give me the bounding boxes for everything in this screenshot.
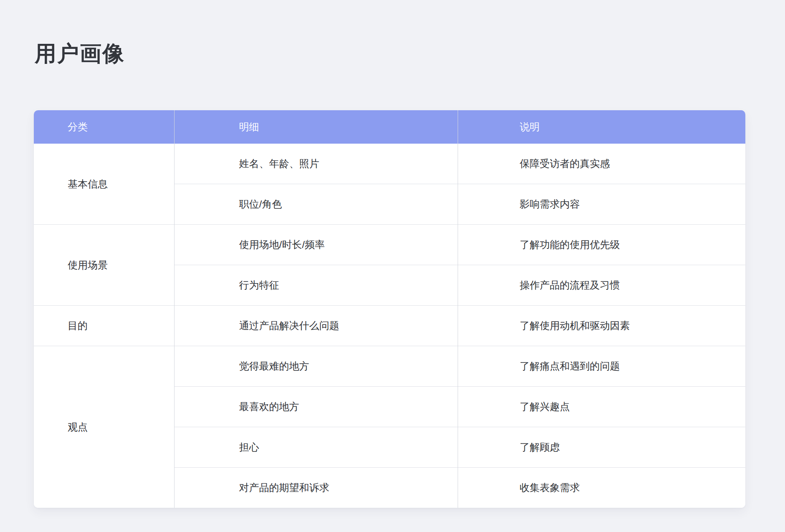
description-cell: 了解功能的使用优先级 — [458, 225, 745, 265]
table-row: 目的 通过产品解决什么问题 了解使用动机和驱动因素 — [34, 306, 745, 346]
persona-table: 分类 明细 说明 基本信息 姓名、年龄、照片 保障受访者的真实感 职位/角色 影… — [34, 110, 745, 508]
detail-cell: 担心 — [174, 427, 458, 468]
header-cell-category: 分类 — [34, 110, 174, 144]
header-cell-description: 说明 — [458, 110, 745, 144]
description-cell: 保障受访者的真实感 — [458, 144, 745, 184]
description-cell: 了解使用动机和驱动因素 — [458, 306, 745, 346]
table-header-row: 分类 明细 说明 — [34, 110, 745, 144]
description-cell: 操作产品的流程及习惯 — [458, 265, 745, 306]
description-cell: 收集表象需求 — [458, 468, 745, 508]
detail-cell: 对产品的期望和诉求 — [174, 468, 458, 508]
category-cell: 基本信息 — [34, 144, 174, 225]
detail-cell: 最喜欢的地方 — [174, 387, 458, 427]
detail-cell: 姓名、年龄、照片 — [174, 144, 458, 184]
category-cell: 观点 — [34, 346, 174, 508]
detail-cell: 通过产品解决什么问题 — [174, 306, 458, 346]
description-cell: 了解兴趣点 — [458, 387, 745, 427]
description-cell: 影响需求内容 — [458, 184, 745, 225]
detail-cell: 职位/角色 — [174, 184, 458, 225]
category-cell: 使用场景 — [34, 225, 174, 306]
page-title: 用户画像 — [35, 41, 125, 66]
table-row: 观点 觉得最难的地方 了解痛点和遇到的问题 — [34, 346, 745, 387]
header-cell-detail: 明细 — [174, 110, 458, 144]
category-cell: 目的 — [34, 306, 174, 346]
detail-cell: 使用场地/时长/频率 — [174, 225, 458, 265]
description-cell: 了解顾虑 — [458, 427, 745, 468]
table-row: 使用场景 使用场地/时长/频率 了解功能的使用优先级 — [34, 225, 745, 265]
detail-cell: 觉得最难的地方 — [174, 346, 458, 387]
detail-cell: 行为特征 — [174, 265, 458, 306]
description-cell: 了解痛点和遇到的问题 — [458, 346, 745, 387]
table-row: 基本信息 姓名、年龄、照片 保障受访者的真实感 — [34, 144, 745, 184]
user-persona-table: 分类 明细 说明 基本信息 姓名、年龄、照片 保障受访者的真实感 职位/角色 影… — [34, 110, 745, 508]
